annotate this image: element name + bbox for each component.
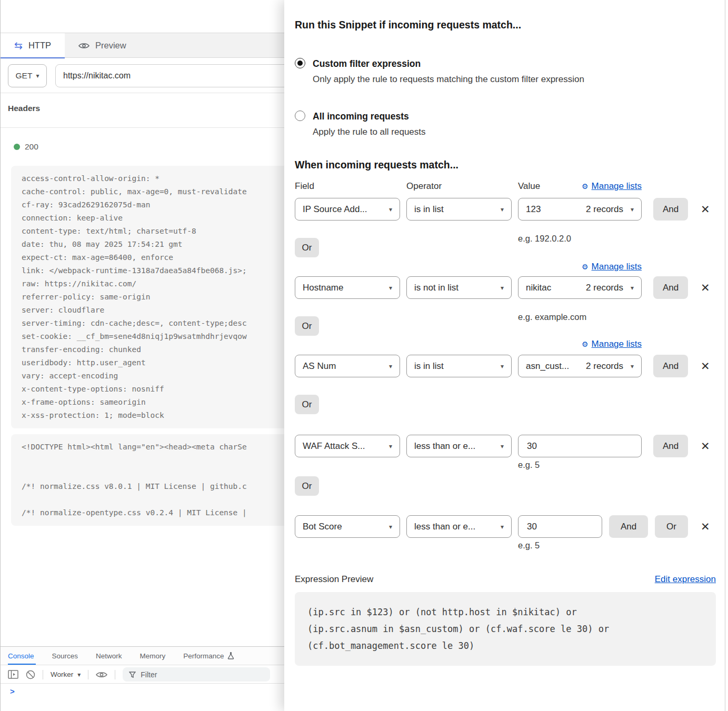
radio-selected-icon[interactable] — [295, 58, 305, 68]
or-button[interactable]: Or — [655, 515, 688, 538]
chevron-down-icon: ▾ — [631, 284, 634, 292]
status-row: 200 — [14, 142, 38, 152]
and-button[interactable]: And — [653, 355, 688, 377]
remove-row-icon[interactable]: ✕ — [701, 521, 710, 532]
row-4-footer: Or — [295, 476, 718, 496]
chevron-down-icon: ▾ — [631, 206, 634, 213]
chevron-down-icon: ▾ — [389, 443, 392, 450]
edit-expression-link[interactable]: Edit expression — [655, 574, 716, 585]
value-list-select[interactable]: 123 2 records ▾ — [518, 198, 642, 221]
option-custom-filter[interactable]: Custom filter expression Only apply the … — [295, 57, 718, 85]
field-select[interactable]: AS Num ▾ — [295, 355, 400, 377]
rule-row-5: Bot Score ▾ less than or e... ▾ And Or ✕ — [295, 515, 718, 538]
option-label: All incoming requests — [313, 109, 426, 123]
screen: ⇆ HTTP Preview GET ▾ Headers 200 access-… — [0, 0, 728, 711]
tab-preview[interactable]: Preview — [65, 33, 140, 58]
manage-lists-link[interactable]: ⚙ Manage lists — [295, 339, 642, 349]
row-3-footer: Or — [295, 390, 718, 416]
eye-watch-icon[interactable] — [96, 671, 107, 678]
expression-preview-code: (ip.src in $123) or (not http.host in $n… — [295, 592, 716, 666]
or-button[interactable]: Or — [295, 316, 319, 336]
http-preview-tabbar: ⇆ HTTP Preview — [1, 33, 295, 58]
operator-select[interactable]: is in list ▾ — [406, 198, 512, 221]
devtools-tab-console[interactable]: Console — [8, 647, 43, 665]
manage-lists-link[interactable]: ⚙ Manage lists — [582, 181, 642, 192]
and-button[interactable]: And — [653, 276, 688, 299]
divider — [43, 670, 43, 679]
tab-http[interactable]: ⇆ HTTP — [1, 33, 65, 58]
or-button[interactable]: Or — [295, 476, 319, 496]
and-button[interactable]: And — [653, 198, 688, 221]
option-description: Only apply the rule to requests matching… — [313, 73, 584, 85]
remove-row-icon[interactable]: ✕ — [701, 440, 710, 452]
devtools-tab-performance[interactable]: Performance — [183, 647, 243, 665]
rule-row-2: Hostname ▾ is not in list ▾ nikitac 2 re… — [295, 276, 718, 299]
radio-unselected-icon[interactable] — [295, 111, 305, 121]
and-button[interactable]: And — [653, 435, 688, 457]
value-input[interactable] — [518, 435, 642, 457]
remove-row-icon[interactable]: ✕ — [701, 360, 710, 372]
divider — [115, 670, 115, 679]
rule-row-4: WAF Attack S... ▾ less than or e... ▾ An… — [295, 435, 718, 457]
devtools-tab-sources[interactable]: Sources — [52, 647, 87, 665]
gear-icon: ⚙ — [582, 263, 589, 271]
status-code: 200 — [25, 142, 38, 152]
chevron-down-icon: ▾ — [389, 363, 392, 370]
chevron-down-icon: ▾ — [389, 284, 392, 292]
flask-icon — [227, 652, 234, 659]
devtools-tab-memory[interactable]: Memory — [140, 647, 175, 665]
field-select[interactable]: Bot Score ▾ — [295, 515, 400, 538]
field-select[interactable]: WAF Attack S... ▾ — [295, 435, 400, 457]
or-button[interactable]: Or — [295, 238, 319, 257]
value-hint: e.g. example.com — [518, 312, 586, 322]
http-tester-pane: ⇆ HTTP Preview GET ▾ Headers 200 access-… — [0, 0, 295, 711]
match-section-title: When incoming requests match... — [295, 159, 718, 171]
devtools-tab-network[interactable]: Network — [96, 647, 131, 665]
headers-section-label: Headers — [8, 104, 40, 113]
rule-row-1: IP Source Add... ▾ is in list ▾ 123 2 re… — [295, 198, 718, 221]
snippet-rule-panel: Run this Snippet if incoming requests ma… — [284, 0, 728, 711]
status-ok-dot — [14, 144, 20, 150]
chevron-down-icon: ▾ — [501, 523, 504, 530]
records-count: 2 records — [586, 204, 623, 215]
field-select[interactable]: Hostname ▾ — [295, 276, 400, 299]
operator-select[interactable]: is not in list ▾ — [406, 276, 512, 299]
remove-row-icon[interactable]: ✕ — [701, 282, 710, 293]
rule-row-3: AS Num ▾ is in list ▾ asn_cust... 2 reco… — [295, 355, 718, 377]
eye-icon — [78, 42, 89, 49]
url-input[interactable] — [55, 64, 303, 87]
value-input[interactable] — [518, 515, 602, 538]
filter-placeholder: Filter — [141, 670, 157, 679]
operator-column-label: Operator — [406, 181, 518, 192]
field-select[interactable]: IP Source Add... ▾ — [295, 198, 400, 221]
clear-console-icon[interactable] — [26, 670, 35, 679]
option-label: Custom filter expression — [313, 57, 584, 71]
method-label: GET — [16, 71, 33, 81]
chevron-down-icon: ▾ — [501, 284, 504, 292]
and-button[interactable]: And — [609, 515, 648, 538]
console-filter-input[interactable]: Filter — [123, 667, 270, 682]
value-list-select[interactable]: nikitac 2 records ▾ — [518, 276, 642, 299]
manage-lists-link[interactable]: ⚙ Manage lists — [295, 262, 642, 272]
tab-http-label: HTTP — [28, 41, 51, 51]
operator-select[interactable]: less than or e... ▾ — [406, 515, 512, 538]
method-select[interactable]: GET ▾ — [8, 64, 47, 87]
console-toolbar: Worker ▾ Filter — [1, 666, 295, 684]
option-all-requests[interactable]: All incoming requests Apply the rule to … — [295, 109, 718, 138]
chevron-down-icon: ▾ — [36, 72, 39, 79]
value-hint: e.g. 5 — [518, 540, 718, 550]
remove-row-icon[interactable]: ✕ — [701, 204, 710, 215]
expression-preview-label: Expression Preview — [295, 574, 373, 585]
value-list-select[interactable]: asn_cust... 2 records ▾ — [518, 355, 642, 377]
toggle-sidebar-icon[interactable] — [8, 670, 18, 679]
panel-title: Run this Snippet if incoming requests ma… — [295, 18, 718, 32]
chevron-down-icon: ▾ — [389, 206, 392, 213]
chevron-down-icon: ▾ — [501, 443, 504, 450]
expression-preview-header: Expression Preview Edit expression — [295, 574, 716, 585]
or-button[interactable]: Or — [295, 395, 319, 414]
operator-select[interactable]: less than or e... ▾ — [406, 435, 512, 457]
operator-select[interactable]: is in list ▾ — [406, 355, 512, 377]
chevron-down-icon: ▾ — [389, 523, 392, 530]
console-prompt[interactable]: > — [10, 687, 15, 696]
context-selector[interactable]: Worker ▾ — [51, 670, 81, 678]
